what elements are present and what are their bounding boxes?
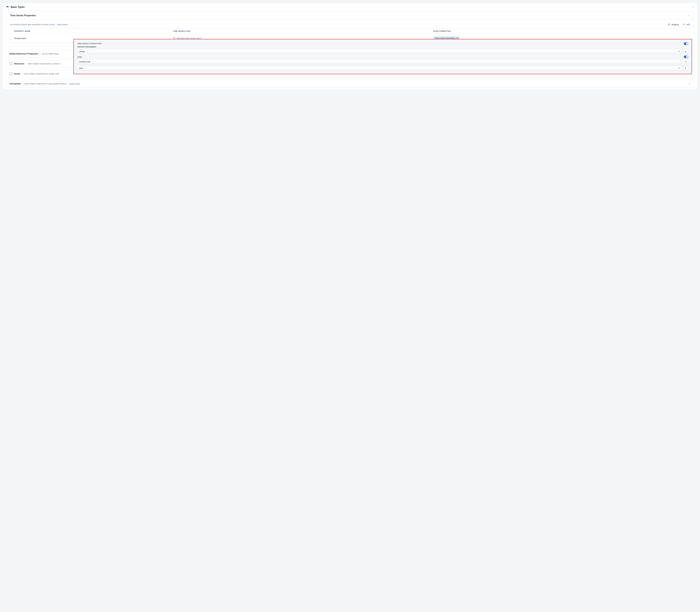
add-label: Add bbox=[686, 23, 690, 26]
popover-title: TIME SERIES FORMATTING bbox=[77, 43, 102, 45]
measures-title: Measures bbox=[14, 62, 24, 65]
col-base-formatter: BASE FORMATTER bbox=[429, 29, 690, 34]
learn-more-link[interactable]: Learn more bbox=[57, 23, 68, 26]
interpolation-label: Internal Interpolation bbox=[77, 45, 688, 48]
chart-line-icon bbox=[668, 23, 670, 26]
add-button[interactable]: Add bbox=[683, 23, 690, 26]
formatting-toggle[interactable] bbox=[684, 42, 688, 45]
triangle-right-icon bbox=[685, 51, 686, 52]
interpolation-expand-button[interactable] bbox=[683, 49, 688, 54]
time-series-properties-header[interactable]: Time Series Properties bbox=[6, 12, 694, 19]
units-value: Unit bbox=[79, 67, 83, 69]
geospatial-title: Geospatial bbox=[10, 82, 20, 85]
event-checkbox[interactable] bbox=[10, 72, 12, 75]
base-types-panel: Base Types Time Series Properties set ex… bbox=[2, 2, 698, 90]
base-types-header[interactable]: Base Types bbox=[3, 3, 697, 12]
units-expand-button[interactable] bbox=[683, 66, 688, 71]
caret-down-icon bbox=[678, 51, 680, 52]
time-series-properties-section: Time Series Properties set existing obje… bbox=[6, 12, 694, 46]
col-property-name: PROPERTY NAME bbox=[10, 29, 169, 34]
media-desc: – set an object type bbox=[40, 53, 59, 55]
sync-link-label: Machine time series sync bbox=[177, 37, 201, 40]
units-type-value: Custom unit bbox=[79, 60, 90, 63]
formatter-label: Time series formatting bbox=[435, 37, 455, 40]
ts-properties-table: PROPERTY NAME TIME SERIES SYNC BASE FORM… bbox=[10, 28, 690, 43]
interpolation-value: Linear bbox=[79, 50, 85, 53]
analyze-button[interactable]: Analyze bbox=[668, 23, 679, 26]
event-title: Event bbox=[14, 72, 20, 75]
caret-down-icon bbox=[456, 38, 458, 39]
caret-down-icon bbox=[678, 68, 680, 69]
col-time-series-sync: TIME SERIES SYNC bbox=[169, 29, 429, 34]
chevron-down-icon bbox=[692, 6, 694, 8]
measures-desc: – each Object represents a series o bbox=[26, 62, 60, 65]
interpolation-select[interactable]: Linear bbox=[77, 49, 682, 54]
caret-down-icon bbox=[685, 61, 686, 62]
base-types-title: Base Types bbox=[11, 5, 25, 9]
time-series-properties-title: Time Series Properties bbox=[10, 14, 36, 17]
ts-hint-text: set existing object type properties as t… bbox=[10, 23, 55, 26]
geospatial-desc: – each Object represents a geospatial fe… bbox=[23, 82, 67, 85]
time-series-formatting-popover: TIME SERIES FORMATTING Internal Interpol… bbox=[74, 40, 691, 74]
units-value-select[interactable]: Unit bbox=[77, 66, 682, 71]
hat-icon bbox=[6, 5, 9, 9]
media-title: Media Reference Properties bbox=[10, 53, 38, 55]
units-toggle[interactable] bbox=[684, 56, 688, 58]
geospatial-row[interactable]: Geospatial – each Object represents a ge… bbox=[6, 80, 694, 88]
chevron-down-icon bbox=[688, 15, 690, 16]
svg-rect-0 bbox=[6, 7, 9, 7]
triangle-right-icon bbox=[685, 68, 686, 69]
chevron-right-icon bbox=[688, 83, 690, 85]
event-desc: – each Object represents a single inter bbox=[22, 72, 59, 75]
plus-icon bbox=[683, 23, 685, 26]
units-label: Units bbox=[77, 56, 82, 58]
units-type-select[interactable]: Custom unit bbox=[77, 59, 688, 64]
measures-checkbox[interactable] bbox=[10, 62, 12, 65]
geospatial-learn-more-link[interactable]: Learn more. bbox=[69, 83, 80, 85]
analyze-label: Analyze bbox=[671, 23, 679, 26]
